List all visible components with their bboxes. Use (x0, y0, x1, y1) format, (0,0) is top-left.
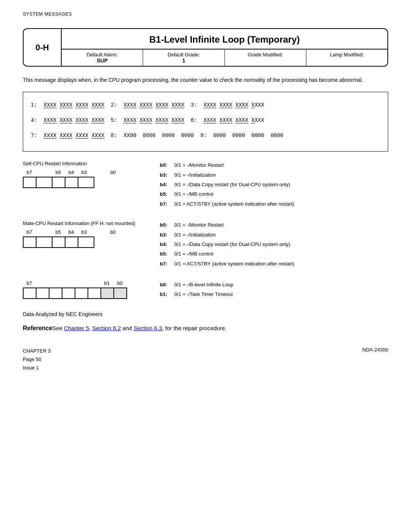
footer-issue: Issue 1 (23, 364, 51, 372)
bit-box-b7 (24, 177, 37, 188)
self-cpu-bit-boxes (23, 177, 145, 188)
message-card-fields: Default Alarm: SUP Default Grade: 1 Grad… (62, 50, 387, 66)
field-grade-modified: Grade Modified: (225, 50, 306, 66)
bit-box-b5 (40, 177, 53, 188)
message-title: B1-Level Infinite Loop (Temporary) (62, 29, 387, 50)
footer-left: CHAPTER 3 Page 50 Issue 1 (23, 347, 51, 372)
ref-link-section62[interactable]: Section 6.2 (92, 325, 121, 331)
mate-cpu-diagram: Mate-CPU Restart Information (FF H: not … (23, 220, 145, 248)
message-code: 0-H (24, 29, 62, 66)
bit-box-b3 (65, 177, 78, 188)
self-cpu-section: Self-CPU Restart Information b7 b5 b4 b3… (23, 161, 388, 209)
message-card-right: B1-Level Infinite Loop (Temporary) Defau… (62, 29, 387, 66)
data-analyzed-text: Data Analyzed by NEC Engineers (23, 311, 388, 317)
field-lamp-modified: Lamp Modified: (306, 50, 387, 66)
self-cpu-diagram: Self-CPU Restart Information b7 b5 b4 b3… (23, 161, 145, 188)
self-cpu-title: Self-CPU Restart Information (23, 161, 145, 166)
mate-cpu-bit-boxes (23, 236, 145, 248)
bottom-bits-info: b0: 0/1 = -/B-level Infinite Loop b1: 0/… (160, 280, 388, 300)
bottom-bits-section: b7 b1 b0 b0: 0/1 = -/B-level Infinite Lo… (23, 280, 388, 300)
self-cpu-info: b0: 0/1 = -/Monitor Restart b3: 0/1 = -/… (160, 161, 388, 209)
ref-link-chapter5[interactable]: Chapter 5 (64, 325, 89, 331)
message-card: 0-H B1-Level Infinite Loop (Temporary) D… (23, 28, 388, 67)
mate-cpu-title: Mate-CPU Restart Information (FF H: not … (23, 220, 145, 226)
bit-box-b4 (53, 177, 65, 188)
mate-cpu-info: b0: 0/1 = -/Monitor Restart b3: 0/1 = -/… (160, 220, 388, 269)
footer-doc-id: NDA-24300 (362, 347, 388, 372)
bit-box-b0 (81, 177, 94, 188)
field-default-alarm: Default Alarm: SUP (62, 50, 143, 66)
mate-cpu-bit-labels: b7 b5 b4 b3 b0 (23, 229, 145, 235)
footer-page: Page 50 (23, 355, 51, 364)
data-display-box: 1: XXXX XXXX XXXX XXXX 2: XXXX XXXX XXXX… (23, 92, 388, 152)
self-cpu-bit-labels: b7 b5 b4 b3 b0 (23, 169, 145, 175)
bottom-bits-diagram: b7 b1 b0 (23, 280, 145, 299)
footer-chapter: CHAPTER 3 (23, 347, 51, 355)
mate-cpu-section: Mate-CPU Restart Information (FF H: not … (23, 220, 388, 269)
field-default-grade: Default Grade: 1 (143, 50, 225, 66)
data-row-2: 4: XXXX XXXX XXXX XXXX 5: XXXX XXXX XXXX… (31, 114, 380, 127)
description-text: This message displays when, in the CPU p… (23, 76, 388, 84)
footer: CHAPTER 3 Page 50 Issue 1 NDA-24300 (23, 347, 388, 372)
ref-link-section63[interactable]: Section 6.3 (134, 325, 162, 331)
system-messages-label: SYSTEM MESSAGES (23, 11, 388, 17)
reference-line: ReferenceSee Chapter 5, Section 6.2 and … (23, 325, 388, 332)
data-row-1: 1: XXXX XXXX XXXX XXXX 2: XXXX XXXX XXXX… (31, 99, 380, 112)
data-row-3: 7: XXXX XXXX XXXX XXXX 8: XX00 0000 0000… (31, 129, 380, 142)
reference-bold: Reference (23, 325, 52, 331)
